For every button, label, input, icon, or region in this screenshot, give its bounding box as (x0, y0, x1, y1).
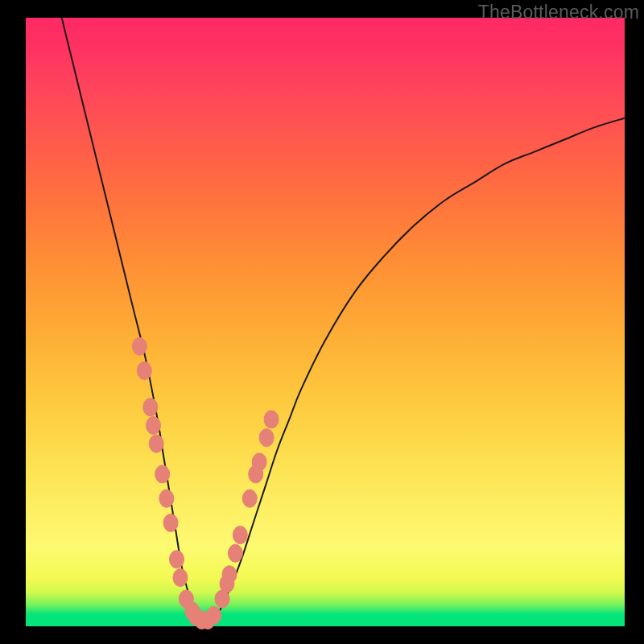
marker-dot (222, 566, 237, 584)
marker-dot (149, 435, 163, 452)
chart-stage: TheBottleneck.com (0, 0, 644, 644)
marker-dot (264, 411, 279, 428)
curve-svg (26, 18, 625, 626)
bottleneck-curve (62, 18, 625, 621)
marker-dot (159, 489, 174, 507)
marker-dot (233, 526, 247, 544)
marker-dot (252, 453, 266, 471)
marker-dot (155, 465, 170, 483)
plot-area (26, 18, 625, 626)
data-markers (132, 337, 279, 629)
marker-dot (137, 361, 151, 379)
marker-dot (228, 544, 242, 562)
marker-dot (173, 569, 188, 587)
watermark-text: TheBottleneck.com (478, 2, 639, 23)
marker-dot (146, 417, 160, 435)
marker-dot (169, 551, 184, 568)
marker-dot (143, 398, 158, 416)
marker-dot (163, 514, 178, 531)
marker-dot (132, 337, 147, 355)
marker-dot (242, 489, 257, 507)
marker-dot (259, 429, 274, 447)
marker-dot (207, 606, 221, 624)
